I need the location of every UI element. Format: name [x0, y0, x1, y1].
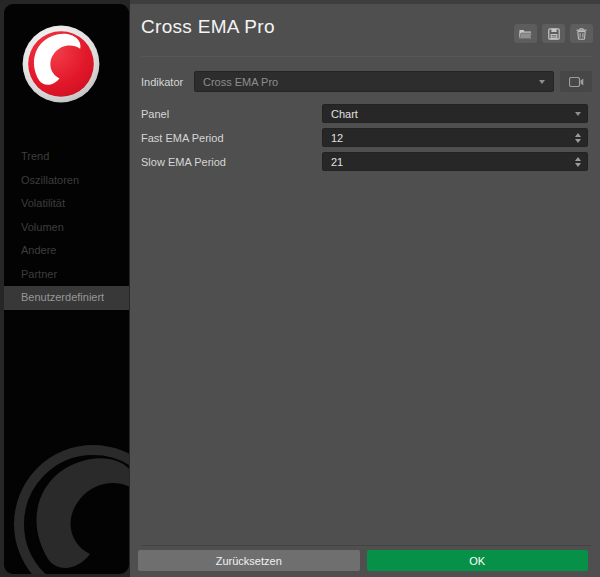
record-video-button[interactable] — [560, 71, 592, 92]
indicator-dropdown[interactable]: Cross EMA Pro — [194, 71, 554, 92]
window-top-frame — [130, 0, 600, 4]
folder-open-icon — [519, 29, 532, 39]
sidebar-item-oszillatoren[interactable]: Oszillatoren — [4, 169, 129, 193]
trash-icon — [576, 28, 587, 40]
sidebar-item-trend[interactable]: Trend — [4, 145, 129, 169]
save-template-button[interactable] — [542, 24, 565, 43]
footer-buttons: Zurücksetzen OK — [138, 550, 588, 571]
reset-button[interactable]: Zurücksetzen — [138, 550, 360, 571]
fast-ema-input[interactable] — [331, 132, 575, 144]
panel-dropdown-value: Chart — [331, 108, 358, 120]
ctrader-logo-watermark-icon — [4, 427, 129, 574]
video-camera-icon — [569, 77, 584, 87]
save-icon — [548, 28, 560, 40]
spin-up-icon — [575, 157, 581, 161]
spin-down-icon — [575, 139, 581, 143]
sidebar-panel: Trend Oszillatoren Volatilität Volumen A… — [4, 4, 129, 574]
sidebar: Trend Oszillatoren Volatilität Volumen A… — [0, 0, 130, 577]
sidebar-item-andere[interactable]: Andere — [4, 239, 129, 263]
ctrader-logo — [21, 24, 101, 104]
page-title: Cross EMA Pro — [141, 16, 275, 38]
indicator-settings-window: Trend Oszillatoren Volatilität Volumen A… — [0, 0, 600, 577]
sidebar-item-volatilitaet[interactable]: Volatilität — [4, 192, 129, 216]
spin-down-icon — [575, 163, 581, 167]
panel-dropdown[interactable]: Chart — [322, 104, 588, 123]
indicator-row: Indikator Cross EMA Pro — [141, 71, 592, 92]
footer-separator — [141, 545, 591, 546]
ok-button[interactable]: OK — [367, 550, 589, 571]
slow-ema-field — [322, 152, 588, 171]
sidebar-menu: Trend Oszillatoren Volatilität Volumen A… — [4, 145, 129, 310]
fast-ema-field — [322, 128, 588, 147]
slow-ema-label: Slow EMA Period — [141, 156, 226, 168]
fast-ema-label: Fast EMA Period — [141, 132, 224, 144]
chevron-down-icon — [575, 112, 581, 116]
slow-ema-input[interactable] — [331, 156, 575, 168]
indicator-dropdown-value: Cross EMA Pro — [203, 76, 278, 88]
panel-row: Panel Chart — [141, 104, 588, 123]
delete-button[interactable] — [570, 24, 593, 43]
spin-up-icon — [575, 133, 581, 137]
main-panel: Cross EMA Pro — [130, 0, 600, 577]
slow-ema-row: Slow EMA Period — [141, 152, 588, 171]
fast-ema-row: Fast EMA Period — [141, 128, 588, 147]
sidebar-item-volumen[interactable]: Volumen — [4, 216, 129, 240]
panel-label: Panel — [141, 108, 169, 120]
fast-ema-stepper[interactable] — [575, 133, 581, 143]
open-template-button[interactable] — [514, 24, 537, 43]
sidebar-item-partner[interactable]: Partner — [4, 263, 129, 287]
title-separator — [141, 56, 591, 57]
chevron-down-icon — [539, 80, 545, 84]
sidebar-item-benutzerdefiniert[interactable]: Benutzerdefiniert — [4, 286, 129, 310]
slow-ema-stepper[interactable] — [575, 157, 581, 167]
indicator-label: Indikator — [141, 76, 194, 88]
header-actions — [514, 24, 593, 43]
